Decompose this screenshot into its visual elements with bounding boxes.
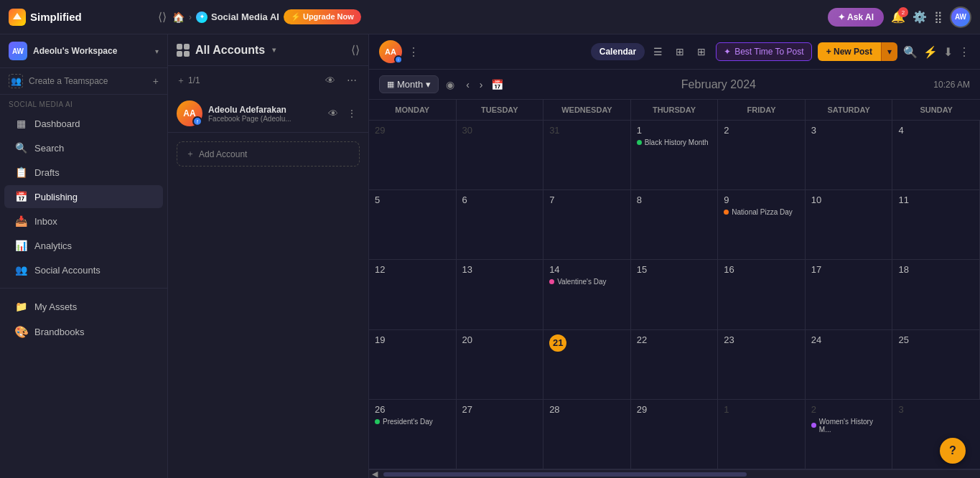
day-number: 19 — [375, 334, 450, 345]
new-post-dropdown-button[interactable]: ▾ — [881, 42, 897, 61]
calendar-cell[interactable]: 2 — [718, 121, 806, 190]
calendar-cell[interactable]: 13 — [457, 260, 544, 329]
calendar-cell[interactable]: 1Black History Month — [631, 121, 719, 190]
calendar-cell[interactable]: 10 — [806, 190, 893, 260]
panel-collapse-button[interactable]: ⟨⟩ — [351, 43, 360, 57]
scroll-bar[interactable]: ◀ — [369, 469, 980, 478]
calendar-cell[interactable]: 4 — [892, 121, 980, 190]
calendar-more-button[interactable]: ⋮ — [958, 45, 970, 59]
calendar-cell[interactable]: 18 — [892, 260, 980, 329]
calendar-cell[interactable]: 8 — [631, 190, 719, 260]
calendar-filter-button[interactable]: ⚡ — [923, 45, 938, 59]
calendar-cell[interactable]: 21 — [543, 330, 631, 400]
day-number: 9 — [724, 195, 799, 205]
day-number: 24 — [811, 334, 887, 345]
calendar-cell[interactable]: 19 — [369, 330, 457, 400]
all-accounts-button[interactable]: All Accounts ▾ — [177, 44, 276, 57]
account-visibility-button[interactable]: 👁 — [325, 105, 341, 122]
calendar-cell[interactable]: 23 — [718, 330, 806, 400]
account-more-button[interactable]: ⋮ — [344, 105, 360, 122]
day-number: 28 — [549, 404, 625, 415]
workspace-header[interactable]: AW Adeolu's Workspace ▾ — [0, 34, 167, 68]
calendar-cell[interactable]: 6 — [457, 190, 544, 260]
sidebar-item-search[interactable]: 🔍 Search — [4, 136, 163, 159]
sidebar-item-social-accounts[interactable]: 👥 Social Accounts — [4, 258, 163, 281]
event-label: National Pizza Day — [732, 208, 792, 216]
sidebar-item-publishing[interactable]: 📅 Publishing — [4, 185, 163, 208]
more-options-button[interactable]: ⋯ — [344, 72, 360, 89]
list-view-button[interactable]: ☰ — [649, 43, 667, 60]
calendar-cell[interactable]: 1 — [718, 400, 806, 469]
calendar-cell[interactable]: 3 — [806, 121, 893, 190]
new-post-button[interactable]: + New Post — [818, 42, 881, 61]
calendar-cell[interactable]: 28 — [543, 400, 631, 469]
calendar-search-button[interactable]: 🔍 — [903, 45, 918, 59]
sidebar-item-brandbooks[interactable]: 🎨 Brandbooks — [4, 319, 163, 345]
scroll-left-button[interactable]: ◀ — [372, 469, 378, 478]
calendar-cell[interactable]: 20 — [457, 330, 544, 400]
prev-month-button[interactable]: ‹ — [462, 76, 474, 93]
event-chip[interactable]: National Pizza Day — [724, 208, 799, 216]
calendar-cell[interactable]: 2Women's History M... — [806, 400, 893, 469]
calendar-cell[interactable]: 11 — [892, 190, 980, 260]
brandbooks-icon: 🎨 — [14, 325, 27, 339]
calendar-cell[interactable]: 29 — [631, 400, 719, 469]
publishing-icon: 📅 — [14, 191, 27, 202]
columns-view-button[interactable]: ⊞ — [671, 43, 689, 60]
home-icon[interactable]: 🏠 — [172, 11, 185, 23]
nav-right: ✦ Ask AI 🔔 2 ⚙️ ⣿ AW — [828, 6, 971, 28]
sidebar-item-dashboard[interactable]: ▦ Dashboard — [4, 112, 163, 135]
apps-button[interactable]: ⣿ — [934, 10, 943, 24]
settings-button[interactable]: ⚙️ — [913, 10, 927, 24]
calendar-cell[interactable]: 25 — [892, 330, 980, 400]
calendar-cell[interactable]: 3 — [892, 400, 980, 469]
calendar-cell[interactable]: 26President's Day — [369, 400, 457, 469]
add-account-button[interactable]: ＋ Add Account — [177, 141, 360, 167]
calendar-cell[interactable]: 24 — [806, 330, 893, 400]
sidebar-item-my-assets[interactable]: 📁 My Assets — [4, 295, 163, 318]
calendar-cell[interactable]: 16 — [718, 260, 806, 329]
account-count-row: ＋ 1/1 👁 ⋯ — [168, 66, 368, 95]
ask-ai-button[interactable]: ✦ Ask AI — [828, 8, 884, 27]
dashboard-icon: ▦ — [14, 118, 27, 129]
color-options-button[interactable]: ◉ — [443, 76, 457, 93]
calendar-picker-button[interactable]: 📅 — [491, 79, 503, 90]
visibility-toggle-button[interactable]: 👁 — [322, 72, 338, 89]
sidebar-collapse-button[interactable]: ⟨⟩ — [158, 10, 167, 24]
sidebar-item-inbox[interactable]: 📥 Inbox — [4, 210, 163, 233]
event-chip[interactable]: Valentine's Day — [549, 278, 625, 286]
event-chip[interactable]: Women's History M... — [811, 418, 887, 434]
calendar-cell[interactable]: 12 — [369, 260, 457, 329]
sidebar-item-analytics[interactable]: 📊 Analytics — [4, 234, 163, 257]
calendar-cell[interactable]: 9National Pizza Day — [718, 190, 806, 260]
post-more-button[interactable]: ⋮ — [408, 45, 419, 59]
calendar-cell[interactable]: 7 — [543, 190, 631, 260]
calendar-tab[interactable]: Calendar — [591, 43, 645, 60]
calendar-cell[interactable]: 27 — [457, 400, 544, 469]
best-time-to-post-button[interactable]: ✦ Best Time To Post — [716, 42, 812, 61]
scroll-handle[interactable] — [383, 472, 747, 477]
calendar-cell[interactable]: 15 — [631, 260, 719, 329]
calendar-download-button[interactable]: ⬇ — [943, 45, 953, 59]
calendar-cell[interactable]: 22 — [631, 330, 719, 400]
user-avatar[interactable]: AW — [950, 6, 971, 28]
calendar-cell[interactable]: 30 — [457, 121, 544, 190]
help-button[interactable]: ? — [940, 438, 966, 464]
calendar-cell[interactable]: 29 — [369, 121, 457, 190]
day-number: 10 — [811, 195, 887, 205]
upgrade-button[interactable]: ⚡ Upgrade Now — [284, 9, 361, 24]
event-chip[interactable]: President's Day — [375, 418, 450, 426]
calendar-cell[interactable]: 17 — [806, 260, 893, 329]
notifications-button[interactable]: 🔔 2 — [891, 10, 905, 24]
user-post-avatar[interactable]: AA i — [379, 40, 402, 63]
next-month-button[interactable]: › — [475, 76, 487, 93]
calendar-cell[interactable]: 31 — [543, 121, 631, 190]
create-teamspace-button[interactable]: 👥 Create a Teamspace + — [0, 68, 167, 95]
month-selector[interactable]: ▦ Month ▾ — [379, 75, 439, 93]
calendar-cell[interactable]: 14Valentine's Day — [543, 260, 631, 329]
grid-view-button[interactable]: ⊞ — [693, 43, 710, 60]
sidebar-item-drafts[interactable]: 📋 Drafts — [4, 161, 163, 184]
day-number: 17 — [811, 264, 887, 275]
calendar-cell[interactable]: 5 — [369, 190, 457, 260]
event-chip[interactable]: Black History Month — [637, 139, 712, 146]
